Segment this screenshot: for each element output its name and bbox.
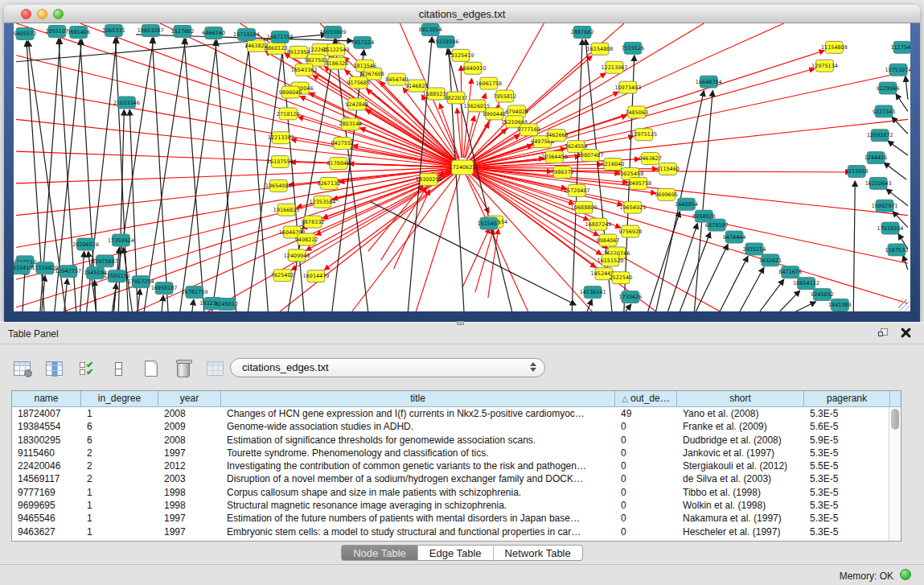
table-cell: 6 [81, 420, 158, 433]
graph-node-label: 16961758 [475, 80, 502, 87]
graph-node-label: 19654923 [619, 204, 646, 211]
table-cell: 2008 [158, 434, 221, 447]
table-vertical-scrollbar[interactable] [889, 407, 901, 541]
graph-node-label: 10654112 [793, 280, 819, 286]
graph-node-label: 10025458 [617, 171, 643, 177]
table-cell: Yano et al. (2008) [677, 407, 804, 420]
graph-node-label: 18300295 [416, 176, 442, 183]
table-cell: 22420046 [12, 459, 81, 472]
table-cell: 5.6E-5 [804, 420, 890, 433]
table-row[interactable]: 1830029562008Estimation of significance … [12, 434, 901, 447]
scrollbar-thumb[interactable] [891, 409, 899, 430]
table-body: 1872400712008Changes of HCN gene express… [12, 407, 901, 538]
graph-node-label: 19166825 [273, 207, 300, 213]
graph-node-label: 7632621 [758, 257, 782, 264]
memory-ok-indicator[interactable] [900, 569, 911, 580]
graph-edge [393, 190, 429, 269]
tab-edge-table[interactable]: Edge Table [417, 545, 493, 561]
table-cell: 2 [81, 447, 158, 459]
graph-node-label: 9827503 [305, 57, 328, 64]
table-row[interactable]: 1938455462009Genome-wide association stu… [12, 420, 901, 433]
table-row[interactable]: 946362711997Embryonic stem cells: a mode… [12, 525, 901, 538]
graph-edge [248, 42, 268, 311]
window-title: citations_edges.txt [4, 8, 920, 20]
select-rows-icon[interactable]: ✔✔ [76, 358, 97, 380]
column-header-in_degree[interactable]: in_degree [81, 391, 158, 406]
table-cell: 2009 [158, 420, 221, 433]
canvas-resize-grip[interactable] [898, 299, 910, 311]
table-cell: Dudbridge et al. (2008) [677, 434, 804, 447]
table-cell: 18724007 [12, 407, 81, 420]
graph-node-label: 16107554 [267, 159, 294, 165]
delete-column-icon [204, 358, 226, 380]
graph-edge [587, 299, 592, 311]
graph-node-label: 9129966 [877, 85, 900, 92]
trash-icon [177, 362, 190, 377]
graph-node-label: 16033809 [319, 29, 346, 35]
column-header-title[interactable]: title [221, 391, 615, 406]
graph-node-label: 12942757 [55, 268, 81, 274]
table-row[interactable]: 1456911722003Disruption of a novel membe… [12, 472, 901, 485]
column-header-out_de[interactable]: △out_de… [615, 391, 677, 406]
tab-network-table[interactable]: Network Table [493, 545, 583, 561]
table-selector-dropdown[interactable]: citations_edges.txt [230, 358, 545, 377]
graph-node-label: 1515457 [477, 220, 500, 227]
tab-node-table[interactable]: Node Table [341, 545, 417, 561]
merge-tables-icon[interactable] [108, 358, 129, 380]
network-canvas[interactable]: 8860123891295412226058982750316543362818… [14, 23, 910, 311]
column-header-short[interactable]: short [677, 391, 804, 406]
table-row[interactable]: 2242004622012Investigating the contribut… [12, 459, 901, 472]
table-cell: Changes of HCN gene expression and I(f) … [221, 407, 615, 420]
table-settings-icon[interactable] [11, 358, 33, 380]
graph-node-label: 8822037 [445, 95, 468, 101]
table-row[interactable]: 969969511998Structural magnetic resonanc… [12, 499, 901, 512]
column-header-name[interactable]: name [12, 391, 81, 406]
table-header-row[interactable]: namein_degreeyeartitle△out_de…shortpager… [12, 391, 901, 407]
table-cell: 2012 [158, 459, 221, 472]
table-cell: 9699695 [12, 499, 81, 512]
column-header-year[interactable]: year [158, 391, 221, 406]
graph-node-label: 8878332 [302, 219, 325, 225]
table-cell: 0 [615, 447, 677, 459]
graph-node-label: 16782759 [181, 289, 207, 295]
table-cell: Estimation of significance thresholds fo… [221, 434, 615, 447]
graph-node-label: 8170046 [326, 160, 350, 167]
table-cell: 0 [615, 499, 677, 512]
graph-node-label: 17359924 [108, 237, 134, 244]
graph-node-label: 1117543 [891, 44, 910, 51]
table-cell: 0 [615, 472, 677, 485]
table-cell: Structural magnetic resonance image aver… [221, 499, 615, 512]
close-panel-icon[interactable] [900, 327, 911, 338]
table-row[interactable]: 1872400712008Changes of HCN gene express… [12, 407, 901, 420]
graph-edge [888, 141, 908, 155]
table-row[interactable]: 911546021997Tourette syndrome. Phenomeno… [12, 447, 901, 459]
table-cell: 5.3E-5 [804, 512, 890, 525]
delete-table-icon[interactable] [172, 358, 194, 380]
table-row[interactable]: 977716911998Corpus callosum shape and si… [12, 486, 901, 499]
table-cell: 5.5E-5 [804, 459, 890, 472]
table-cell: Tourette syndrome. Phenomenology and cla… [221, 447, 615, 459]
column-header-pagerank[interactable]: pagerank [804, 391, 890, 406]
graph-node-label: 2803144 [339, 121, 362, 127]
citation-network-graph[interactable]: 8860123891295412226058982750316543362818… [14, 23, 910, 311]
table-cell: 2008 [158, 407, 221, 420]
table-cell: 1 [81, 525, 158, 538]
graph-node-label: 20206526 [72, 241, 99, 248]
graph-node-label: 12213967 [602, 64, 628, 71]
table-cell: 1998 [158, 486, 221, 499]
new-table-icon[interactable] [140, 358, 162, 380]
table-row[interactable]: 946554611997Estimation of the future num… [12, 512, 901, 525]
table-cell: 1 [81, 486, 158, 499]
table-cell: 5.3E-5 [804, 447, 890, 459]
graph-node-label: 16648784 [696, 79, 722, 85]
table-cell: 1 [81, 499, 158, 512]
table-cell: 14569117 [12, 472, 81, 485]
graph-node-label: 12975134 [811, 63, 838, 69]
table-cell: 2 [81, 472, 158, 485]
show-columns-icon[interactable] [43, 358, 65, 380]
graph-node-label: 21053346 [113, 100, 140, 106]
graph-edge [796, 302, 816, 311]
network-window-titlebar[interactable]: citations_edges.txt [4, 5, 920, 23]
float-panel-icon[interactable] [878, 328, 889, 339]
gear-icon [24, 369, 32, 377]
